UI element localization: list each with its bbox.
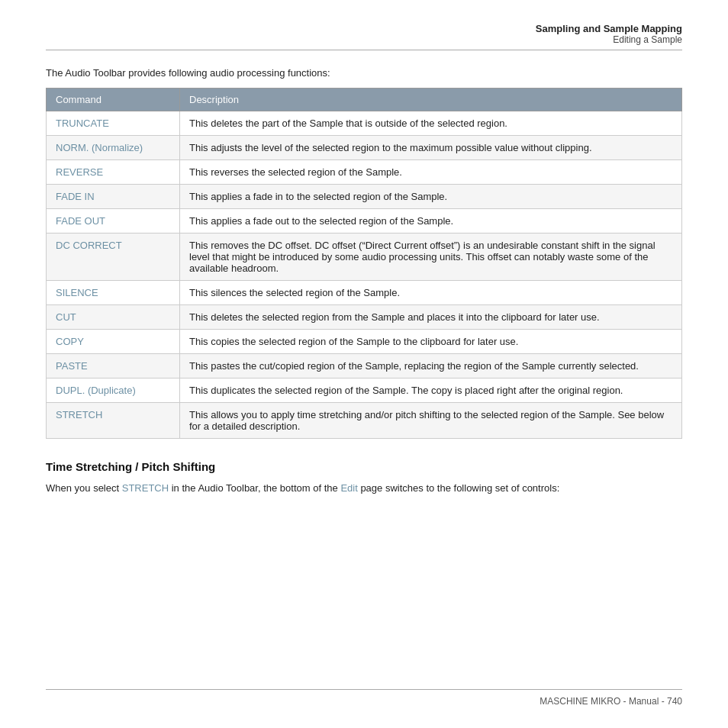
table-cell-description: This reverses the selected region of the… — [180, 160, 682, 185]
table-cell-command: DC CORRECT — [47, 234, 180, 281]
table-cell-description: This silences the selected region of the… — [180, 281, 682, 305]
table-cell-command: CUT — [47, 305, 180, 330]
table-row: FADE OUTThis applies a fade out to the s… — [47, 209, 682, 234]
table-cell-description: This applies a fade in to the selected r… — [180, 185, 682, 209]
table-row: TRUNCATEThis deletes the part of the Sam… — [47, 111, 682, 136]
header-subtitle: Editing a Sample — [46, 34, 682, 45]
table-cell-description: This duplicates the selected region of t… — [180, 378, 682, 403]
table-row: COPYThis copies the selected region of t… — [47, 330, 682, 354]
table-cell-description: This deletes the selected region from th… — [180, 305, 682, 330]
table-row: DC CORRECTThis removes the DC offset. DC… — [47, 234, 682, 281]
section-text-part5: page switches to the following set of co… — [358, 482, 559, 494]
table-row: FADE INThis applies a fade in to the sel… — [47, 185, 682, 209]
table-cell-command: SILENCE — [47, 281, 180, 305]
table-cell-command: TRUNCATE — [47, 111, 180, 136]
table-cell-command: FADE IN — [47, 185, 180, 209]
table-cell-description: This allows you to apply time stretching… — [180, 403, 682, 439]
table-cell-description: This pastes the cut/copied region of the… — [180, 354, 682, 378]
section-heading: Time Stretching / Pitch Shifting — [46, 460, 682, 473]
table-row: DUPL. (Duplicate)This duplicates the sel… — [47, 378, 682, 403]
table-cell-description: This removes the DC offset. DC offset (“… — [180, 234, 682, 281]
table-row: PASTEThis pastes the cut/copied region o… — [47, 354, 682, 378]
table-cell-command: PASTE — [47, 354, 180, 378]
intro-text: The Audio Toolbar provides following aud… — [46, 67, 682, 79]
section-stretch-link: STRETCH — [122, 482, 169, 494]
section-text-part1: When you select — [46, 482, 122, 494]
col-header-command: Command — [47, 89, 180, 111]
page-header: Sampling and Sample Mapping Editing a Sa… — [46, 23, 682, 50]
table-cell-description: This deletes the part of the Sample that… — [180, 111, 682, 136]
table-cell-description: This applies a fade out to the selected … — [180, 209, 682, 234]
footer-text: MASCHINE MIKRO - Manual - 740 — [540, 696, 682, 707]
commands-table: Command Description TRUNCATEThis deletes… — [46, 88, 682, 439]
section-text: When you select STRETCH in the Audio Too… — [46, 481, 682, 496]
table-row: NORM. (Normalize)This adjusts the level … — [47, 136, 682, 160]
section-text-part3: in the Audio Toolbar, the bottom of the — [169, 482, 340, 494]
page: Sampling and Sample Mapping Editing a Sa… — [0, 0, 728, 728]
table-cell-command: DUPL. (Duplicate) — [47, 378, 180, 403]
table-row: SILENCEThis silences the selected region… — [47, 281, 682, 305]
table-row: CUTThis deletes the selected region from… — [47, 305, 682, 330]
page-footer: MASCHINE MIKRO - Manual - 740 — [46, 689, 682, 707]
table-cell-command: FADE OUT — [47, 209, 180, 234]
table-cell-command: REVERSE — [47, 160, 180, 185]
table-cell-command: NORM. (Normalize) — [47, 136, 180, 160]
table-row: REVERSEThis reverses the selected region… — [47, 160, 682, 185]
table-cell-command: COPY — [47, 330, 180, 354]
table-cell-description: This copies the selected region of the S… — [180, 330, 682, 354]
col-header-description: Description — [180, 89, 682, 111]
table-cell-description: This adjusts the level of the selected r… — [180, 136, 682, 160]
header-title: Sampling and Sample Mapping — [46, 23, 682, 34]
section-edit-link: Edit — [340, 482, 357, 494]
table-row: STRETCHThis allows you to apply time str… — [47, 403, 682, 439]
table-cell-command: STRETCH — [47, 403, 180, 439]
